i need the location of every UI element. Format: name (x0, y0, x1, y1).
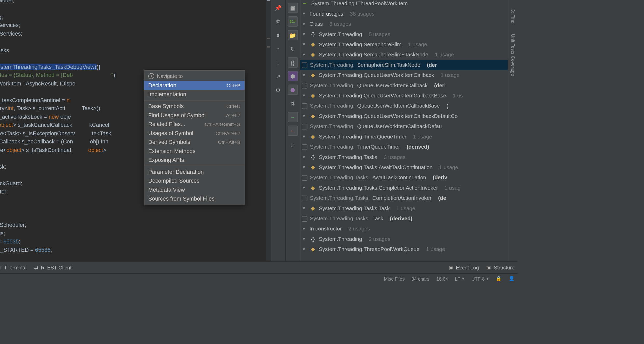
group2-icon[interactable]: ⬢ (287, 71, 298, 81)
find-node[interactable]: System.Threading.QueueUserWorkItemCallba… (300, 101, 508, 111)
folder-icon[interactable]: 📁 (287, 30, 298, 40)
checkbox[interactable] (302, 175, 307, 180)
ctx-item[interactable]: Decompiled Sources (144, 176, 245, 185)
ctx-item[interactable]: Sources from Symbol Files (144, 194, 245, 203)
checkbox[interactable] (302, 83, 307, 88)
ctx-item[interactable]: Base SymbolsCtrl+U (144, 102, 245, 111)
pin-icon[interactable]: 📌 (273, 3, 283, 13)
bottom-tool-right[interactable]: ▣Structure (487, 264, 515, 270)
checkbox[interactable] (302, 216, 307, 221)
bottom-tool-strip: ≡6: TODO⬇7: NuGet⚗8: Unit Tests▣Terminal… (0, 261, 518, 273)
marker-bar[interactable] (266, 0, 271, 261)
status-le[interactable]: LF ▾ (455, 276, 465, 281)
down-icon[interactable]: ↓ (273, 57, 283, 68)
status-files: Misc Files (384, 276, 405, 281)
find-node[interactable]: System.Threading.QueueUserWorkItemCallba… (300, 80, 508, 90)
compass-icon: ✦ (148, 73, 154, 79)
bottom-tool[interactable]: ⇄REST Client (34, 264, 71, 270)
ctx-item[interactable]: Usages of SymbolCtrl+Alt+F7 (144, 129, 245, 137)
find-node[interactable]: ▼In constructor 2 usages (300, 224, 508, 234)
find-node[interactable]: ▼◆System.Threading.TimerQueueTimer 1 usa… (300, 131, 508, 142)
find-node[interactable]: ▼◆System.Threading.ThreadPoolWorkQueue 1… (300, 244, 508, 254)
ctx-item[interactable]: Derived SymbolsCtrl+Alt+B (144, 137, 245, 146)
checkbox[interactable] (302, 144, 307, 150)
ctx-item[interactable]: Find Usages of SymbolAlt+F7 (144, 111, 245, 120)
find-node[interactable]: ▼{}System.Threading 5 usages (300, 29, 508, 39)
braces-icon[interactable]: {} (287, 57, 298, 68)
sort-icon[interactable]: ⇅ (287, 98, 298, 108)
forward-icon[interactable]: → (287, 112, 298, 122)
right-tool-tab[interactable]: Database (509, 0, 517, 2)
ctx-title: ✦Navigate to (144, 71, 245, 81)
export-icon[interactable]: ↗ (273, 71, 283, 81)
tool-icon: ▣ (0, 264, 1, 270)
find-node[interactable]: ▼◆System.Threading.SemaphoreSlim 1 usage (300, 39, 508, 50)
ctx-item[interactable]: Parameter Declaration (144, 167, 245, 176)
right-tool-strip: Database3: FindUnit Tests Coverage (508, 0, 518, 261)
tool-icon: ▣ (449, 264, 453, 270)
find-node[interactable]: ▼◆System.Threading.QueueUserWorkItemCall… (300, 91, 508, 101)
bottom-tool-right[interactable]: ▣Event Log (449, 264, 479, 270)
find-node[interactable]: ▼◆System.Threading.QueueUserWorkItemCall… (300, 70, 508, 80)
tool-icon: ⇄ (34, 264, 38, 270)
sync-icon[interactable]: ↻ (287, 44, 298, 54)
ctx-item[interactable]: Extension Methods (144, 147, 245, 155)
find-node[interactable]: System.Threading.Tasks.Task (derived) (300, 214, 508, 224)
find-node[interactable]: System.Threading.Tasks.CompletionActionI… (300, 193, 508, 203)
hector-icon[interactable]: 👤 (509, 276, 515, 281)
find-node[interactable]: ▼◆System.Threading.Tasks.AwaitTaskContin… (300, 162, 508, 173)
back-icon[interactable]: ← (287, 125, 298, 136)
checkbox[interactable] (302, 195, 307, 201)
ctx-item[interactable]: Exposing APIs (144, 155, 245, 164)
node-class-group[interactable]: ▼Class 8 usages (300, 19, 508, 29)
checkbox[interactable] (302, 103, 307, 109)
find-toolbar-2: ▼ ▣ C# 📁 ↻ {} ⬢ ⬣ ⇅ → ← ↓↑ (286, 0, 300, 261)
find-node[interactable]: ▼{}System.Threading 2 usages (300, 234, 508, 244)
status-pos[interactable]: 16:64 (436, 276, 448, 281)
find-node[interactable]: System.Threading.SemaphoreSlim.TaskNode … (300, 60, 508, 70)
ctx-item[interactable]: Implementation (144, 90, 245, 99)
settings2-icon[interactable]: ⧉ (273, 16, 283, 27)
find-results-tree[interactable]: ▼Search target⊸System.Threading.IThreadP… (300, 0, 508, 261)
cube-icon[interactable]: ⬣ (287, 85, 298, 95)
status-bar: ▭ Misc Files 34 chars 16:64 LF ▾ UTF-8 ▾… (0, 273, 518, 283)
collapse-icon[interactable]: ⇕ (273, 30, 283, 40)
ctx-item[interactable]: Related Files...Ctrl+Alt+Shift+G (144, 120, 245, 128)
sort2-icon[interactable]: ↓↑ (287, 139, 298, 149)
checkbox[interactable] (302, 124, 307, 129)
groupby-icon[interactable]: ▣ (287, 3, 298, 13)
find-node[interactable]: ▼{}System.Threading.Tasks 3 usages (300, 152, 508, 162)
bottom-tool[interactable]: ▣Terminal (0, 264, 26, 270)
gear2-icon[interactable]: ⚙ (273, 85, 283, 95)
find-toolbar-1: ▶▶ 📌 ⧉ ⇕ ↑ ↓ ↗ ⚙ (271, 0, 286, 261)
find-node[interactable]: System.Threading.Tasks.AwaitTaskContinua… (300, 173, 508, 183)
find-node[interactable]: ▼◆System.Threading.Tasks.CompletionActio… (300, 183, 508, 193)
navigate-to-menu: ✦Navigate toDeclarationCtrl+BImplementat… (144, 70, 245, 204)
cs-icon[interactable]: C# (287, 16, 298, 27)
lock-icon[interactable]: 🔒 (496, 276, 502, 281)
find-node[interactable]: ▼◆System.Threading.QueueUserWorkItemCall… (300, 111, 508, 121)
up-icon[interactable]: ↑ (273, 44, 283, 54)
tool-icon: ▣ (487, 264, 491, 270)
find-node[interactable]: ▼◆System.Threading.Tasks.Task 1 usage (300, 203, 508, 213)
node-target[interactable]: ⊸System.Threading.IThreadPoolWorkItem (300, 0, 508, 9)
ctx-item[interactable]: Metadata View (144, 185, 245, 194)
right-tool-tab[interactable]: 3: Find (509, 6, 517, 27)
find-node[interactable]: System.Threading.QueueUserWorkItemCallba… (300, 121, 508, 131)
find-node[interactable]: ▼◆System.Threading.SemaphoreSlim+TaskNod… (300, 50, 508, 60)
checkbox[interactable] (302, 62, 307, 68)
right-tool-tab[interactable]: Unit Tests Coverage (509, 30, 517, 80)
ctx-item[interactable]: DeclarationCtrl+B (144, 81, 245, 90)
find-node[interactable]: System.Threading.TimerQueueTimer (derive… (300, 142, 508, 152)
find-usages-panel: Find: Usages of 'IThreadPoolWorkItem' ✕ … (271, 0, 508, 261)
node-found[interactable]: ▼Found usages 38 usages (300, 9, 508, 19)
status-chars: 34 chars (412, 276, 430, 281)
status-enc[interactable]: UTF-8 ▾ (471, 276, 489, 281)
